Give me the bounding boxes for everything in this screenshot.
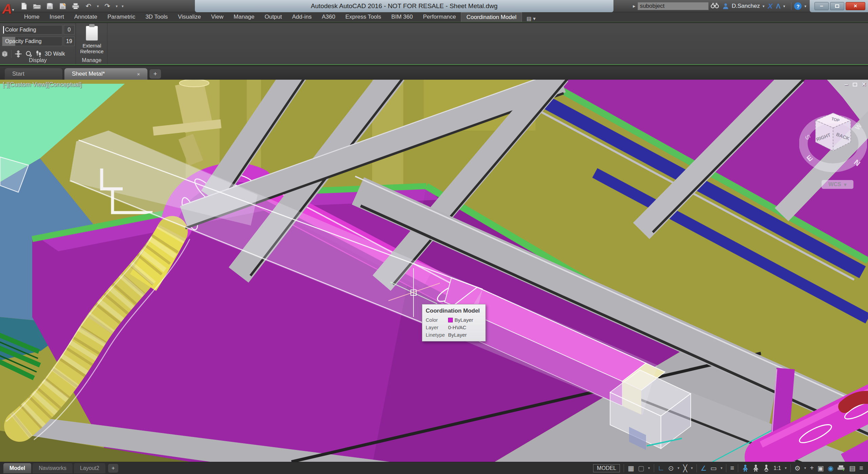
open-file-icon[interactable] <box>33 2 41 11</box>
autodesk-exchange[interactable]: X <box>768 2 773 10</box>
tab-3d-tools[interactable]: 3D Tools <box>140 12 173 22</box>
graphics-performance-icon[interactable]: ◉ <box>828 464 833 472</box>
new-file-icon[interactable] <box>20 2 28 11</box>
layout-tab-model[interactable]: Model <box>3 463 31 473</box>
drawing-restore-button[interactable] <box>853 80 857 88</box>
clean-screen-icon[interactable]: ▤ <box>849 464 855 472</box>
annotation-scale-value[interactable]: 1:1 <box>773 465 781 471</box>
annotation-scale-icon[interactable] <box>763 465 770 472</box>
tab-view[interactable]: View <box>206 12 229 22</box>
file-tab-sheet-metal[interactable]: Sheet Metal* × <box>64 68 147 80</box>
annotation-monitor-icon[interactable]: + <box>810 464 814 472</box>
undo-dropdown-icon[interactable]: ▾ <box>97 4 99 8</box>
binoculars-search-icon[interactable] <box>711 2 719 10</box>
pan-walk-icon[interactable] <box>15 50 22 58</box>
user-dropdown-icon[interactable]: ▾ <box>763 4 765 8</box>
undo-icon[interactable]: ↶ <box>84 2 93 11</box>
tab-manage[interactable]: Manage <box>228 12 259 22</box>
file-tab-bar: Start Sheet Metal* × + <box>0 66 868 80</box>
tab-performance[interactable]: Performance <box>418 12 461 22</box>
redo-icon[interactable]: ↷ <box>103 2 112 11</box>
qat-customize-icon[interactable]: ▾ <box>122 4 124 8</box>
orbit-icon[interactable] <box>25 50 33 58</box>
workspace-dropdown-icon[interactable]: ▾ <box>804 466 806 470</box>
wcs-dropdown[interactable]: WCS ▾ <box>822 180 853 189</box>
isodraft-dropdown-icon[interactable]: ▾ <box>691 466 693 470</box>
tab-annotate[interactable]: Annotate <box>69 12 102 22</box>
new-layout-button[interactable]: + <box>108 464 118 473</box>
layout-tab-navisworks[interactable]: Navisworks <box>33 463 73 473</box>
visual-aids-cube-icon[interactable] <box>1 51 8 57</box>
tab-output[interactable]: Output <box>260 12 287 22</box>
help-dropdown-icon[interactable]: ▾ <box>804 4 806 8</box>
a360-sign-in[interactable]: D.Sanchez ▾ <box>722 3 765 9</box>
3d-walk-button[interactable]: 3D Walk <box>45 51 65 57</box>
external-reference-button[interactable]: External Reference <box>78 25 105 56</box>
polar-dropdown-icon[interactable]: ▾ <box>678 466 680 470</box>
tab-insert[interactable]: Insert <box>44 12 69 22</box>
tab-add-ins[interactable]: Add-ins <box>287 12 317 22</box>
close-button[interactable]: × <box>846 2 865 10</box>
rollover-tooltip: Coordination Model Color ByLayer Layer 0… <box>422 304 486 341</box>
title-bar: Autodesk AutoCAD 2016 - NOT FOR RESALE -… <box>0 0 868 12</box>
application-menu-button[interactable]: A ▾ <box>1 1 15 21</box>
annotation-visibility-icon[interactable] <box>742 465 749 472</box>
minimize-button[interactable]: – <box>814 2 829 10</box>
redo-dropdown-icon[interactable]: ▾ <box>116 4 118 8</box>
help-menu[interactable]: ? ▾ <box>794 2 806 10</box>
tab-coordination-model[interactable]: Coordination Model <box>461 12 522 22</box>
search-arrow-icon[interactable]: ▸ <box>633 3 635 9</box>
tab-a360[interactable]: A360 <box>317 12 340 22</box>
isolate-objects-icon[interactable]: ▣ <box>817 464 824 472</box>
tab-visualize[interactable]: Visualize <box>173 12 206 22</box>
lineweight-icon[interactable]: ≡ <box>730 464 734 472</box>
workspace-switching-icon[interactable]: ⚙ <box>794 464 801 472</box>
save-as-icon[interactable] <box>58 2 67 11</box>
viewcube[interactable]: E N S W TOP RIGHT BACK <box>799 99 867 178</box>
osnap-dropdown-icon[interactable]: ▾ <box>721 466 723 470</box>
new-drawing-tab-button[interactable]: + <box>149 69 161 79</box>
app-store-dropdown-icon[interactable]: ▾ <box>783 4 785 8</box>
grid-display-icon[interactable]: ▦ <box>628 464 634 472</box>
color-fading-value[interactable]: 0 <box>64 25 75 35</box>
opacity-fading-slider[interactable]: Opacity Fading <box>2 37 62 46</box>
opacity-fading-value[interactable]: 19 <box>64 37 75 46</box>
3d-model-scene[interactable] <box>0 80 868 462</box>
manage-panel-label[interactable]: Manage <box>76 57 107 63</box>
model-space-toggle[interactable]: MODEL <box>593 464 620 472</box>
footsteps-icon[interactable] <box>36 50 42 58</box>
autodesk-app-store[interactable]: Λ ▾ <box>776 2 785 10</box>
customization-icon[interactable]: ≡ <box>859 464 863 472</box>
object-snap-icon[interactable]: ▭ <box>710 464 717 472</box>
plot-icon[interactable] <box>71 2 80 11</box>
snap-dropdown-icon[interactable]: ▾ <box>648 466 650 470</box>
tab-home[interactable]: Home <box>19 12 44 22</box>
color-fading-slider[interactable]: Color Fading <box>2 25 62 35</box>
annotation-autoscale-icon[interactable] <box>752 465 759 472</box>
ortho-mode-icon[interactable]: ∟ <box>658 464 665 472</box>
slider-handle[interactable] <box>3 26 4 34</box>
file-tab-start[interactable]: Start <box>5 68 62 80</box>
tab-bim-360[interactable]: BIM 360 <box>386 12 418 22</box>
layout-tab-layout2[interactable]: Layout2 <box>74 463 105 473</box>
object-snap-tracking-icon[interactable]: ∠ <box>701 464 707 472</box>
ribbon-minimize-control[interactable]: ▤ ▾ <box>527 16 536 22</box>
viewport-controls-label[interactable]: [-][Custom View][Conceptual] <box>3 81 82 88</box>
color-fading-label: Color Fading <box>2 27 36 33</box>
app-store-a-icon: Λ <box>776 2 781 10</box>
save-icon[interactable] <box>45 2 54 11</box>
tab-express-tools[interactable]: Express Tools <box>340 12 386 22</box>
snap-mode-icon[interactable]: ▢ <box>638 464 644 472</box>
tab-parametric[interactable]: Parametric <box>102 12 140 22</box>
close-tab-icon[interactable]: × <box>137 71 140 77</box>
search-input[interactable] <box>638 2 709 10</box>
drawing-close-button[interactable]: × <box>862 80 866 88</box>
plot-status-icon[interactable] <box>837 465 845 472</box>
drawing-minimize-button[interactable]: – <box>844 80 848 88</box>
polar-tracking-icon[interactable]: ⊙ <box>668 464 674 472</box>
display-panel-label[interactable]: Display <box>0 57 76 63</box>
restore-button[interactable] <box>830 2 844 10</box>
wcs-label: WCS <box>828 181 841 187</box>
isometric-drafting-icon[interactable]: ╳ <box>683 464 687 472</box>
scale-dropdown-icon[interactable]: ▾ <box>785 466 787 470</box>
